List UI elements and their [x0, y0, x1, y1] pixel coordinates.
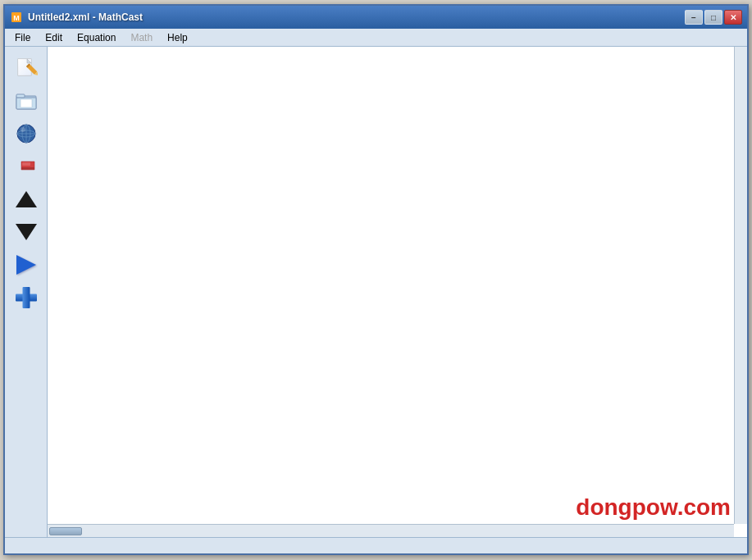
- svg-rect-20: [21, 167, 34, 170]
- title-bar: M Untitled2.xml - MathCast − □ ✕: [5, 6, 747, 29]
- svg-point-17: [21, 127, 25, 132]
- erase-icon: [15, 155, 38, 178]
- erase-button[interactable]: [11, 152, 41, 181]
- svg-rect-11: [21, 99, 32, 107]
- next-button[interactable]: [11, 250, 41, 280]
- toolbar: [5, 47, 48, 537]
- menu-file[interactable]: File: [8, 30, 37, 45]
- new-document-button[interactable]: [11, 53, 41, 83]
- title-bar-left: M Untitled2.xml - MathCast: [10, 11, 143, 24]
- main-area: dongpow.com: [5, 47, 747, 537]
- vertical-scrollbar[interactable]: [734, 47, 747, 524]
- arrow-down-icon: [15, 221, 38, 244]
- menu-bar: File Edit Equation Math Help: [5, 29, 747, 47]
- menu-help[interactable]: Help: [161, 30, 194, 45]
- h-scroll-thumb[interactable]: [49, 527, 82, 535]
- arrow-up-icon: [15, 188, 38, 211]
- open-document-button[interactable]: [11, 86, 41, 116]
- add-button[interactable]: [11, 283, 41, 312]
- maximize-button[interactable]: □: [704, 10, 722, 25]
- window-title: Untitled2.xml - MathCast: [28, 11, 143, 23]
- status-bar: [5, 537, 747, 553]
- media-icon: [15, 122, 38, 145]
- media-button[interactable]: [11, 119, 41, 148]
- close-button[interactable]: ✕: [724, 10, 742, 25]
- svg-rect-10: [16, 94, 25, 98]
- main-window: M Untitled2.xml - MathCast − □ ✕ File Ed…: [3, 4, 749, 555]
- add-icon: [15, 286, 38, 309]
- open-document-icon: [15, 89, 38, 112]
- move-up-button[interactable]: [11, 184, 41, 214]
- move-down-button[interactable]: [11, 217, 41, 247]
- svg-rect-19: [22, 162, 30, 166]
- new-document-icon: [15, 57, 38, 80]
- content-area[interactable]: dongpow.com: [48, 47, 747, 537]
- arrow-right-icon: [15, 253, 38, 276]
- minimize-button[interactable]: −: [685, 10, 703, 25]
- window-controls: − □ ✕: [685, 10, 742, 25]
- svg-text:M: M: [13, 14, 20, 22]
- app-icon: M: [10, 11, 23, 24]
- menu-edit[interactable]: Edit: [39, 30, 69, 45]
- horizontal-scrollbar[interactable]: [48, 524, 734, 537]
- watermark: dongpow.com: [576, 494, 731, 521]
- menu-equation[interactable]: Equation: [71, 30, 122, 45]
- menu-math[interactable]: Math: [124, 30, 159, 45]
